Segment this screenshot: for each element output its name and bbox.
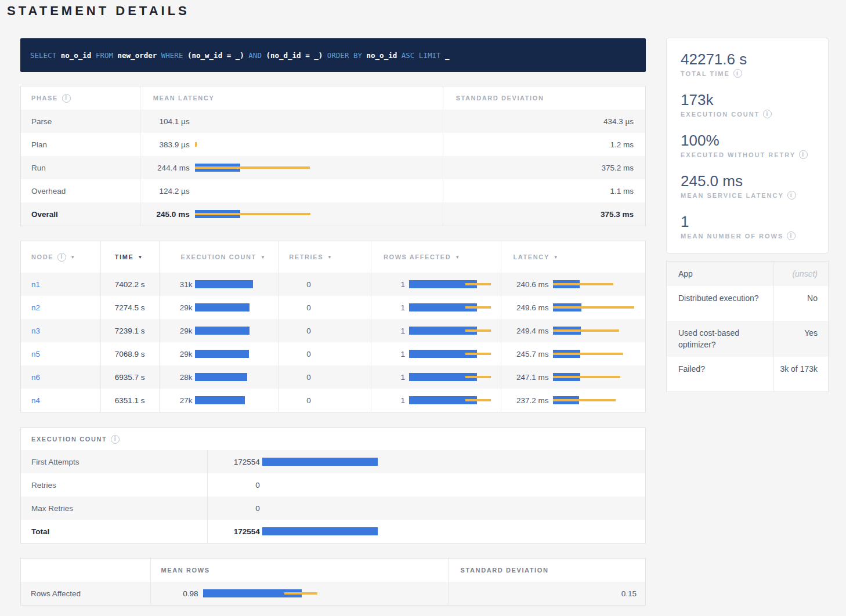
execution-count-value: 31k: [160, 280, 193, 289]
node-link[interactable]: n2: [31, 303, 40, 312]
node-row: n4 6351.1 s 27k 0 1 237.2 ms: [21, 389, 645, 412]
time-column-header[interactable]: TIME▼: [100, 241, 159, 273]
rows-affected-value: 1: [371, 280, 405, 289]
info-icon[interactable]: i: [799, 150, 808, 159]
latency-bar: [553, 350, 646, 358]
exec-row-total: Total 172554: [21, 520, 645, 543]
sql-keyword: WHERE: [161, 51, 183, 60]
detail-row-failed: Failed? 3k of 173k: [667, 357, 828, 392]
count-value: 172554: [208, 458, 260, 466]
stddev-bar: [195, 213, 310, 215]
sql-identifier: _: [440, 51, 449, 60]
detail-value: No: [773, 286, 828, 321]
empty-column-header: [21, 559, 150, 582]
time-value: 6935.7 s: [100, 365, 159, 389]
info-icon[interactable]: i: [733, 69, 742, 78]
node-table-header: NODEi▼ TIME▼ EXECUTION COUNT▼ RETRIES▼ R…: [21, 241, 645, 273]
execution-count-value: 27k: [160, 396, 193, 405]
latency-bar: [553, 396, 646, 404]
rows-affected-row: Rows Affected 0.98 0.15: [21, 582, 645, 605]
stat-total-time: 42271.6 s TOTAL TIMEi: [681, 50, 814, 78]
detail-row-distributed-execution: Distributed execution? No: [667, 286, 828, 321]
sort-desc-icon[interactable]: ▼: [70, 255, 76, 260]
sql-keyword: AND: [248, 51, 262, 60]
node-link[interactable]: n6: [31, 373, 40, 382]
node-link[interactable]: n5: [31, 350, 40, 358]
phase-row-overall: Overall 245.0 ms 375.3 ms: [21, 202, 645, 226]
phase-column-header: PHASEi: [21, 86, 140, 110]
latency-bar: [553, 280, 646, 288]
execution-count-value: 29k: [160, 303, 193, 312]
execution-count-bar: [195, 280, 279, 288]
sort-desc-icon[interactable]: ▼: [327, 255, 333, 260]
rows-affected-bar: [409, 303, 501, 311]
info-icon[interactable]: i: [111, 435, 120, 444]
latency-column-header[interactable]: LATENCY▼: [501, 241, 646, 273]
detail-value: (unset): [773, 262, 828, 286]
sort-desc-icon[interactable]: ▼: [138, 255, 143, 260]
node-column-header[interactable]: NODEi▼: [21, 241, 100, 273]
execution-count-bar: [195, 396, 279, 404]
stddev-bar: [553, 353, 623, 355]
execution-count-value: 28k: [160, 373, 193, 382]
detail-row-app: App (unset): [667, 262, 828, 286]
phase-row-overhead: Overhead 124.2 µs 1.1 ms: [21, 179, 645, 202]
info-icon[interactable]: i: [62, 94, 71, 103]
execution-count-table: EXECUTION COUNTi First Attempts 172554 R…: [20, 427, 646, 543]
sql-identifier: (no_w_id = _): [183, 51, 248, 60]
exec-row-max-retries: Max Retries 0: [21, 497, 645, 520]
info-icon[interactable]: i: [763, 110, 772, 118]
rows-affected-value: 1: [371, 350, 405, 358]
rows-affected-bar: [409, 327, 501, 335]
execution-count-table-header: EXECUTION COUNTi: [21, 428, 645, 450]
stat-value: 173k: [681, 90, 814, 109]
phase-row-parse: Parse 104.1 µs 434.3 µs: [21, 110, 645, 133]
latency-bar: [195, 140, 443, 148]
rows-affected-bar: [409, 280, 501, 288]
stddev-bar: [465, 306, 491, 309]
sort-desc-icon[interactable]: ▼: [554, 255, 559, 260]
info-icon[interactable]: i: [787, 231, 796, 240]
stddev-bar: [465, 399, 491, 401]
mean-rows-value: 0.98: [151, 589, 198, 598]
std-dev-value: 1.1 ms: [443, 179, 645, 202]
node-link[interactable]: n3: [31, 327, 40, 335]
stat-label: MEAN NUMBER OF ROWSi: [681, 231, 814, 240]
stat-label: TOTAL TIMEi: [681, 69, 814, 78]
node-stats-table: NODEi▼ TIME▼ EXECUTION COUNT▼ RETRIES▼ R…: [20, 241, 646, 412]
rows-affected-value: 1: [371, 396, 405, 405]
phase-table-header: PHASEi MEAN LATENCY STANDARD DEVIATION: [21, 86, 645, 110]
sort-desc-icon[interactable]: ▼: [455, 255, 461, 260]
count-value: 0: [208, 504, 260, 513]
rows-affected-bar: [409, 396, 501, 404]
stat-label: EXECUTED WITHOUT RETRYi: [681, 150, 814, 159]
node-link[interactable]: n4: [31, 396, 40, 405]
execution-count-column-header[interactable]: EXECUTION COUNT▼: [159, 241, 279, 273]
std-dev-value: 434.3 µs: [443, 110, 645, 133]
count-value: 172554: [208, 527, 260, 536]
stat-mean-service-latency: 245.0 ms MEAN SERVICE LATENCYi: [681, 172, 814, 200]
sort-desc-icon[interactable]: ▼: [261, 255, 266, 260]
sql-identifier: no_o_id: [56, 51, 96, 60]
count-value: 0: [208, 481, 260, 490]
latency-bar: [553, 327, 646, 335]
retries-value: 0: [278, 296, 371, 319]
exec-row-first-attempts: First Attempts 172554: [21, 450, 645, 473]
info-icon[interactable]: i: [57, 253, 66, 262]
latency-value: 245.7 ms: [501, 350, 549, 358]
execution-count-bar: [195, 303, 279, 311]
execution-count-value: 29k: [160, 327, 193, 335]
rows-affected-column-header[interactable]: ROWS AFFECTED▼: [371, 241, 501, 273]
time-value: 7068.9 s: [100, 342, 159, 365]
retries-column-header[interactable]: RETRIES▼: [278, 241, 371, 273]
rows-affected-bar: [409, 373, 501, 381]
retries-value: 0: [278, 389, 371, 412]
stddev-bar: [284, 592, 317, 595]
std-dev-column-header: STANDARD DEVIATION: [443, 86, 645, 110]
info-icon[interactable]: i: [787, 191, 796, 200]
node-link[interactable]: n1: [31, 280, 40, 289]
stat-label: EXECUTION COUNTi: [681, 110, 814, 118]
stat-mean-number-of-rows: 1 MEAN NUMBER OF ROWSi: [681, 212, 814, 240]
stddev-bar: [465, 329, 491, 332]
stat-executed-without-retry: 100% EXECUTED WITHOUT RETRYi: [681, 131, 814, 159]
